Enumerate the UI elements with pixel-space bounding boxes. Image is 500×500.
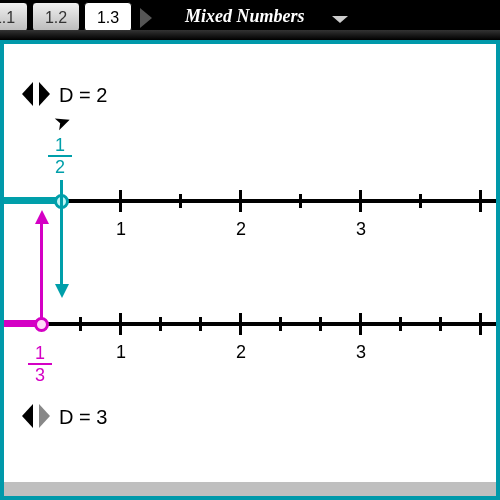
axis-label: 2 — [231, 219, 251, 240]
top-fraction-denominator: 2 — [48, 158, 72, 176]
bottom-denominator-label: D = 3 — [59, 406, 107, 429]
top-value-segment — [4, 197, 61, 204]
tab-1-2[interactable]: 1.2 — [32, 2, 80, 32]
top-number-line — [4, 199, 496, 203]
arrow-down-icon — [55, 284, 69, 298]
chevron-right-icon — [39, 82, 50, 106]
document-title[interactable]: Mixed Numbers — [185, 6, 305, 27]
bottom-number-line — [4, 322, 496, 326]
bottom-fraction-numerator: 1 — [28, 344, 52, 362]
top-fraction-numerator: 1 — [48, 136, 72, 154]
tick — [199, 317, 202, 331]
chevron-left-icon — [22, 82, 33, 106]
tick — [479, 190, 482, 212]
title-dropdown-icon[interactable] — [332, 16, 348, 23]
tick — [179, 194, 182, 208]
tab-1-1[interactable]: 1.1 — [0, 2, 28, 32]
tick — [239, 313, 242, 335]
axis-label: 3 — [351, 342, 371, 363]
tick — [399, 317, 402, 331]
bottom-fraction-denominator: 3 — [28, 366, 52, 384]
tick — [479, 313, 482, 335]
bottom-denominator-spinner[interactable] — [22, 404, 50, 428]
tab-1-3[interactable]: 1.3 — [84, 2, 132, 32]
axis-label: 3 — [351, 219, 371, 240]
tick — [439, 317, 442, 331]
bottom-fraction: 1 3 — [28, 344, 52, 384]
cursor-icon: ➤ — [50, 108, 74, 136]
top-fraction: 1 2 — [48, 136, 72, 176]
tick — [359, 313, 362, 335]
tab-bar: 1.1 1.2 1.3 Mixed Numbers — [0, 0, 500, 40]
tick — [299, 194, 302, 208]
axis-label: 1 — [111, 219, 131, 240]
bottom-value-point[interactable] — [34, 317, 49, 332]
tab-next-icon[interactable] — [140, 8, 152, 28]
tick — [239, 190, 242, 212]
tick — [119, 190, 122, 212]
arrow-up-icon — [35, 210, 49, 224]
chevron-right-icon — [39, 404, 50, 428]
chevron-left-icon — [22, 404, 33, 428]
tick — [359, 190, 362, 212]
top-denominator-spinner[interactable] — [22, 82, 50, 106]
tick — [419, 194, 422, 208]
axis-label: 2 — [231, 342, 251, 363]
tick — [119, 313, 122, 335]
canvas: D = 2 ➤ 1 2 1 2 3 1 2 3 1 3 — [4, 44, 496, 496]
axis-label: 1 — [111, 342, 131, 363]
top-denominator-label: D = 2 — [59, 84, 107, 107]
top-connector — [60, 180, 63, 288]
tick — [319, 317, 322, 331]
tick — [159, 317, 162, 331]
tick — [79, 317, 82, 331]
status-bar — [4, 482, 496, 496]
bottom-connector — [40, 222, 43, 322]
tick — [279, 317, 282, 331]
